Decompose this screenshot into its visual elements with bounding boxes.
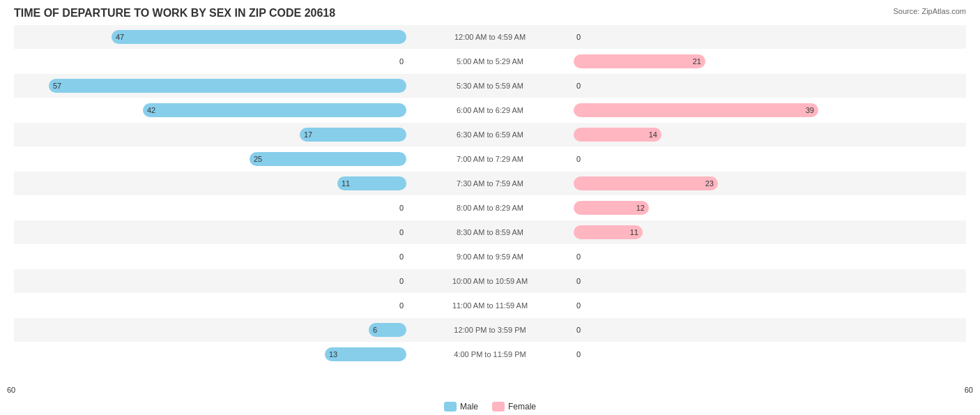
legend-female-box — [492, 402, 505, 412]
female-value-zero: 0 — [576, 350, 581, 359]
chart-container: TIME OF DEPARTURE TO WORK BY SEX IN ZIP … — [0, 0, 980, 415]
female-value-zero: 0 — [576, 33, 581, 41]
table-row: 5:30 AM to 5:59 AM570 — [14, 74, 966, 98]
male-bar: 6 — [369, 323, 406, 337]
time-label: 8:00 AM to 8:29 AM — [457, 204, 523, 212]
female-value-zero: 0 — [576, 252, 581, 261]
male-bar: 13 — [325, 347, 406, 361]
male-bar-container: 25 — [250, 152, 490, 166]
male-value-zero: 0 — [399, 301, 404, 310]
time-label: 9:00 AM to 9:59 AM — [457, 252, 523, 261]
male-value-zero: 0 — [399, 228, 404, 236]
table-row: 12:00 PM to 3:59 PM60 — [14, 318, 966, 342]
male-bar: 47 — [112, 30, 406, 44]
female-value: 14 — [649, 130, 657, 139]
time-label: 11:00 AM to 11:59 AM — [452, 301, 528, 310]
legend-male-label: Male — [460, 402, 478, 412]
male-bar-container: 42 — [143, 103, 490, 117]
female-bar-container: 23 — [490, 176, 718, 190]
female-value: 12 — [636, 204, 645, 212]
male-bar-container: 57 — [49, 79, 490, 93]
male-value: 25 — [254, 155, 262, 163]
female-bar: 14 — [574, 128, 661, 142]
female-bar: 12 — [574, 201, 649, 215]
legend-female: Female — [492, 402, 536, 412]
male-value-zero: 0 — [399, 57, 404, 66]
table-row: 6:30 AM to 6:59 AM1714 — [14, 123, 966, 146]
female-bar: 11 — [574, 225, 643, 239]
time-label: 6:00 AM to 6:29 AM — [457, 106, 523, 114]
time-label: 4:00 PM to 11:59 PM — [454, 350, 526, 359]
table-row: 9:00 AM to 9:59 AM00 — [14, 245, 966, 269]
table-row: 10:00 AM to 10:59 AM00 — [14, 269, 966, 293]
chart-title: TIME OF DEPARTURE TO WORK BY SEX IN ZIP … — [14, 7, 966, 20]
female-value-zero: 0 — [576, 82, 581, 90]
male-value: 13 — [329, 350, 337, 359]
male-value: 11 — [342, 179, 350, 188]
legend-male: Male — [444, 402, 478, 412]
male-value-zero: 0 — [399, 277, 404, 285]
time-label: 6:30 AM to 6:59 AM — [457, 130, 523, 139]
male-bar: 57 — [49, 79, 406, 93]
time-label: 12:00 PM to 3:59 PM — [454, 326, 526, 334]
chart-area: 12:00 AM to 4:59 AM4705:00 AM to 5:29 AM… — [14, 25, 966, 363]
time-label: 8:30 AM to 8:59 AM — [457, 228, 523, 236]
male-bar: 11 — [337, 176, 406, 190]
time-label: 7:00 AM to 7:29 AM — [457, 155, 523, 163]
table-row: 7:30 AM to 7:59 AM1123 — [14, 172, 966, 195]
table-row: 12:00 AM to 4:59 AM470 — [14, 25, 966, 49]
male-bar: 25 — [250, 152, 406, 166]
table-row: 4:00 PM to 11:59 PM130 — [14, 342, 966, 366]
female-value: 39 — [806, 106, 814, 114]
table-row: 11:00 AM to 11:59 AM00 — [14, 294, 966, 317]
male-value: 17 — [304, 130, 312, 139]
male-value: 42 — [147, 106, 155, 114]
time-label: 5:30 AM to 5:59 AM — [457, 82, 523, 90]
female-value: 21 — [693, 57, 701, 66]
male-bar: 17 — [300, 128, 406, 142]
legend-male-box — [444, 402, 457, 412]
table-row: 8:00 AM to 8:29 AM012 — [14, 196, 966, 220]
male-value: 47 — [116, 33, 124, 41]
table-row: 5:00 AM to 5:29 AM021 — [14, 50, 966, 73]
table-row: 8:30 AM to 8:59 AM011 — [14, 220, 966, 244]
male-value: 6 — [373, 326, 377, 334]
female-bar-container: 39 — [490, 103, 818, 117]
time-label: 10:00 AM to 10:59 AM — [452, 277, 528, 285]
axis-labels: 60 60 — [0, 386, 980, 394]
legend-female-label: Female — [508, 402, 536, 412]
female-value-zero: 0 — [576, 301, 581, 310]
female-value: 11 — [630, 228, 638, 236]
axis-left: 60 — [7, 386, 15, 394]
female-bar: 21 — [574, 54, 705, 68]
time-label: 5:00 AM to 5:29 AM — [457, 57, 523, 66]
female-bar: 23 — [574, 176, 718, 190]
female-value-zero: 0 — [576, 155, 581, 163]
male-bar: 42 — [143, 103, 406, 117]
male-value-zero: 0 — [399, 204, 404, 212]
female-value-zero: 0 — [576, 326, 581, 334]
female-bar: 39 — [574, 103, 818, 117]
time-label: 7:30 AM to 7:59 AM — [457, 179, 523, 188]
male-bar-container: 47 — [112, 30, 490, 44]
male-value: 57 — [53, 82, 61, 90]
axis-right: 60 — [965, 386, 973, 394]
female-value-zero: 0 — [576, 277, 581, 285]
source-text: Source: ZipAtlas.com — [893, 7, 966, 15]
legend: Male Female — [444, 402, 536, 412]
female-value: 23 — [705, 179, 714, 188]
male-value-zero: 0 — [399, 252, 404, 261]
table-row: 7:00 AM to 7:29 AM250 — [14, 147, 966, 171]
table-row: 6:00 AM to 6:29 AM4239 — [14, 98, 966, 122]
time-label: 12:00 AM to 4:59 AM — [454, 33, 526, 41]
